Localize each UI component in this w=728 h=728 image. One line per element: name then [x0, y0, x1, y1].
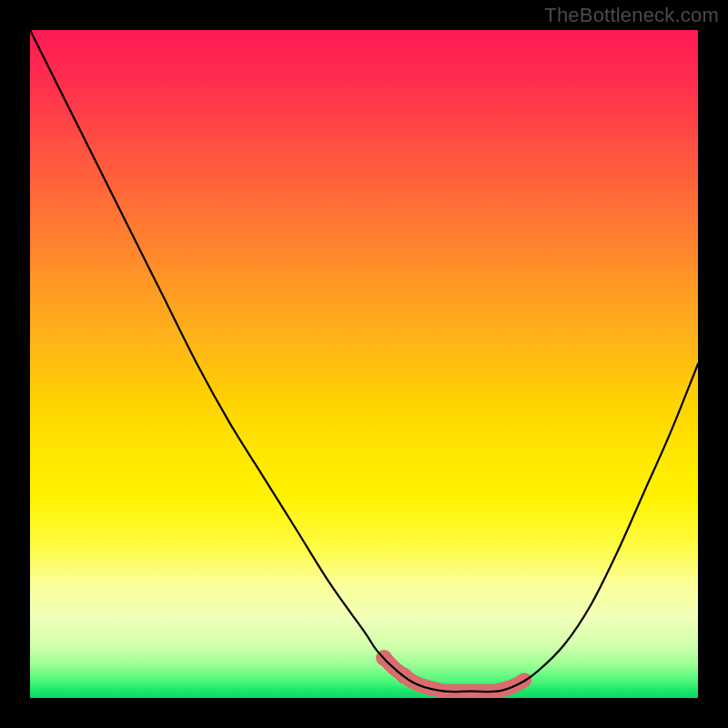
watermark-label: TheBottleneck.com	[544, 4, 719, 27]
chart-frame: TheBottleneck.com	[0, 0, 728, 728]
bottleneck-curve	[30, 30, 698, 692]
plot-area	[30, 30, 698, 698]
curve-svg	[30, 30, 698, 698]
